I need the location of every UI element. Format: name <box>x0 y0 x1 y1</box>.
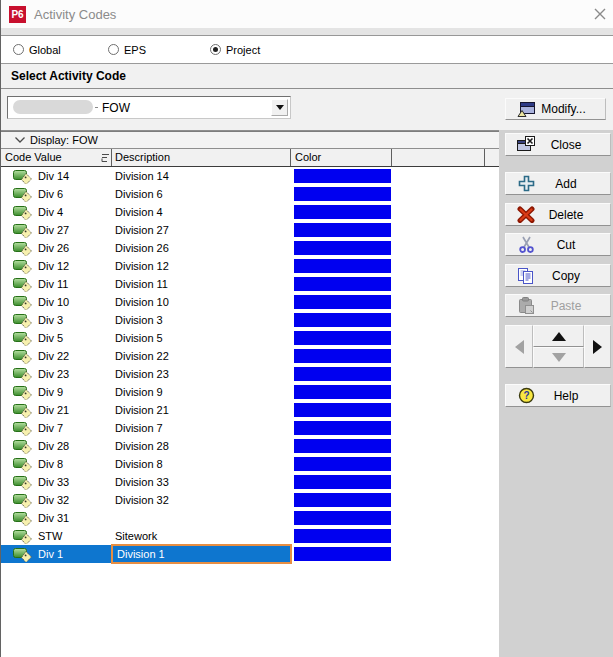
color-swatch[interactable] <box>294 493 391 507</box>
paste-clipboard-icon <box>516 297 536 315</box>
table-row[interactable]: Div 10 Division 10 <box>1 293 499 311</box>
code-value-cell: Div 9 <box>38 383 63 401</box>
activity-code-icon <box>13 294 33 310</box>
display-bar[interactable]: Display: FOW <box>1 131 499 149</box>
add-button[interactable]: Add <box>505 172 611 195</box>
column-header-description[interactable]: Description <box>115 149 170 166</box>
title-bar: P6 Activity Codes <box>1 0 613 28</box>
arrow-down-icon <box>552 353 566 362</box>
color-swatch[interactable] <box>294 187 391 201</box>
code-value-cell: STW <box>38 527 62 545</box>
delete-button[interactable]: Delete <box>505 203 611 226</box>
code-value-cell: Div 11 <box>38 275 68 293</box>
table-row[interactable]: Div 1 Division 1 <box>1 545 499 563</box>
table-row[interactable]: Div 8 Division 8 <box>1 455 499 473</box>
arrow-left-icon <box>515 340 524 354</box>
color-swatch[interactable] <box>294 475 391 489</box>
activity-code-icon <box>13 258 33 274</box>
column-separator[interactable] <box>484 149 485 166</box>
modify-button[interactable]: Modify... <box>505 98 606 120</box>
table-row[interactable]: Div 7 Division 7 <box>1 419 499 437</box>
color-swatch[interactable] <box>294 205 391 219</box>
help-icon: ? <box>516 387 536 405</box>
move-right-button[interactable] <box>584 325 611 368</box>
table-row[interactable]: Div 3 Division 3 <box>1 311 499 329</box>
color-swatch[interactable] <box>294 331 391 345</box>
color-swatch[interactable] <box>294 367 391 381</box>
table-row[interactable]: Div 32 Division 32 <box>1 491 499 509</box>
radio-circle-global[interactable] <box>13 44 24 55</box>
color-swatch[interactable] <box>294 547 391 561</box>
activity-code-icon <box>13 276 33 292</box>
table-row[interactable]: Div 11 Division 11 <box>1 275 499 293</box>
color-swatch[interactable] <box>294 403 391 417</box>
close-icon[interactable] <box>593 7 607 21</box>
color-swatch[interactable] <box>294 259 391 273</box>
table-row[interactable]: Div 23 Division 23 <box>1 365 499 383</box>
move-left-button[interactable] <box>505 325 533 368</box>
close-button[interactable]: Close <box>505 133 611 156</box>
color-swatch[interactable] <box>294 313 391 327</box>
color-swatch[interactable] <box>294 439 391 453</box>
activity-code-icon <box>13 420 33 436</box>
color-swatch[interactable] <box>294 457 391 471</box>
column-header-code-value[interactable]: Code Value <box>5 149 62 166</box>
activity-code-dropdown[interactable]: FOW <box>7 96 291 119</box>
table-row[interactable]: Div 22 Division 22 <box>1 347 499 365</box>
copy-pages-icon <box>516 267 536 285</box>
move-up-button[interactable] <box>533 325 584 347</box>
color-swatch[interactable] <box>294 421 391 435</box>
color-swatch[interactable] <box>294 385 391 399</box>
add-button-label: Add <box>536 177 596 191</box>
code-value-cell: Div 23 <box>38 365 69 383</box>
radio-project[interactable]: Project <box>210 36 260 63</box>
copy-button[interactable]: Copy <box>505 264 611 287</box>
color-swatch[interactable] <box>294 241 391 255</box>
column-separator[interactable] <box>290 149 291 166</box>
modify-button-label: Modify... <box>536 102 591 116</box>
table-row[interactable]: Div 9 Division 9 <box>1 383 499 401</box>
color-swatch[interactable] <box>294 223 391 237</box>
move-down-button[interactable] <box>533 347 584 368</box>
color-swatch[interactable] <box>294 295 391 309</box>
radio-circle-eps[interactable] <box>108 44 119 55</box>
table-row[interactable]: Div 28 Division 28 <box>1 437 499 455</box>
table-row[interactable]: Div 27 Division 27 <box>1 221 499 239</box>
table-row[interactable]: STW Sitework <box>1 527 499 545</box>
activity-code-icon <box>13 240 33 256</box>
table-row[interactable]: Div 21 Division 21 <box>1 401 499 419</box>
dropdown-arrow-button[interactable] <box>271 99 288 116</box>
dropdown-value: FOW <box>102 101 130 115</box>
cut-button[interactable]: Cut <box>505 233 611 256</box>
column-separator[interactable] <box>391 149 392 166</box>
color-swatch[interactable] <box>294 277 391 291</box>
help-button[interactable]: ? Help <box>505 384 611 407</box>
table-row[interactable]: Div 4 Division 4 <box>1 203 499 221</box>
column-header-color[interactable]: Color <box>295 149 321 166</box>
radio-global[interactable]: Global <box>13 36 61 63</box>
paste-button[interactable]: Paste <box>505 294 611 317</box>
code-value-cell: Div 5 <box>38 329 63 347</box>
table-row[interactable]: Div 31 <box>1 509 499 527</box>
color-swatch[interactable] <box>294 349 391 363</box>
display-bar-label: Display: FOW <box>30 134 98 146</box>
table-row[interactable]: Div 12 Division 12 <box>1 257 499 275</box>
radio-circle-project[interactable] <box>210 44 221 55</box>
table-row[interactable]: Div 33 Division 33 <box>1 473 499 491</box>
column-separator[interactable] <box>111 149 112 166</box>
radio-eps[interactable]: EPS <box>108 36 146 63</box>
description-cell: Division 11 <box>115 275 168 293</box>
svg-text:?: ? <box>523 390 529 401</box>
code-value-cell: Div 8 <box>38 455 63 473</box>
table-row[interactable]: Div 5 Division 5 <box>1 329 499 347</box>
table-row[interactable]: Div 26 Division 26 <box>1 239 499 257</box>
titlebar-separator <box>1 28 613 36</box>
code-value-cell: Div 6 <box>38 185 63 203</box>
color-swatch[interactable] <box>294 169 391 183</box>
color-swatch[interactable] <box>294 511 391 525</box>
color-swatch[interactable] <box>294 529 391 543</box>
table-row[interactable]: Div 6 Division 6 <box>1 185 499 203</box>
activity-code-icon <box>13 492 33 508</box>
sort-icon[interactable] <box>101 153 110 163</box>
table-row[interactable]: Div 14 Division 14 <box>1 167 499 185</box>
